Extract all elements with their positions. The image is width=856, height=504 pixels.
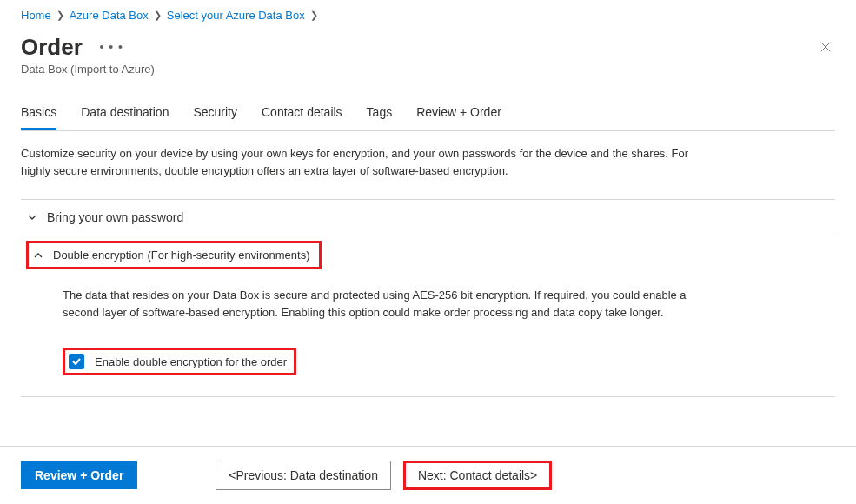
chevron-right-icon: ❯ [310,10,318,21]
tabs: Basics Data destination Security Contact… [21,100,835,131]
footer: Review + Order <Previous: Data destinati… [0,446,856,504]
review-order-button[interactable]: Review + Order [21,461,137,489]
tab-basics[interactable]: Basics [21,100,56,130]
chevron-right-icon: ❯ [154,10,162,21]
tab-tags[interactable]: Tags [367,100,393,130]
divider [21,396,835,397]
accordion-bring-your-own-password[interactable]: Bring your own password [21,199,835,235]
accordion-double-enc-title: Double encryption (For high-security env… [53,249,310,262]
tab-contact-details[interactable]: Contact details [262,100,342,130]
double-encryption-description: The data that resides on your Data Box i… [21,275,699,335]
breadcrumb-select-data-box[interactable]: Select your Azure Data Box [167,9,305,22]
intro-text: Customize security on your device by usi… [21,145,699,180]
breadcrumb-home[interactable]: Home [21,9,51,22]
previous-button[interactable]: <Previous: Data destination [216,461,391,490]
tab-review-order[interactable]: Review + Order [416,100,501,130]
divider [21,130,835,131]
page-title: Order [21,34,83,61]
breadcrumb: Home ❯ Azure Data Box ❯ Select your Azur… [21,9,835,22]
enable-double-encryption-label: Enable double encryption for the order [95,355,287,368]
more-icon[interactable]: • • • [99,40,123,54]
next-button[interactable]: Next: Contact details> [403,461,552,490]
chevron-right-icon: ❯ [56,10,64,21]
enable-double-encryption-row[interactable]: Enable double encryption for the order [63,348,296,375]
chevron-down-icon [26,211,38,223]
tab-security[interactable]: Security [193,100,237,130]
page-subtitle: Data Box (Import to Azure) [21,63,155,76]
chevron-up-icon [32,249,44,262]
close-icon[interactable] [816,37,835,60]
accordion-byop-title: Bring your own password [47,210,183,224]
accordion-double-encryption[interactable]: Double encryption (For high-security env… [21,235,835,275]
breadcrumb-azure-data-box[interactable]: Azure Data Box [70,9,149,22]
checkbox-checked-icon[interactable] [69,354,84,369]
tab-data-destination[interactable]: Data destination [81,100,169,130]
